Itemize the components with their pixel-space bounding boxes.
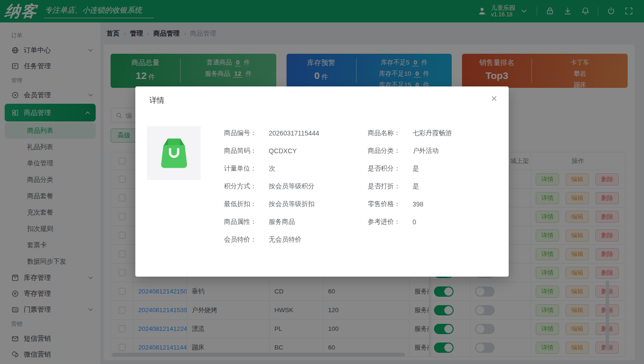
field-label: 零售价格： xyxy=(368,200,406,208)
field-row: 会员特价：无会员特价 xyxy=(224,231,319,249)
close-icon[interactable]: ✕ xyxy=(491,95,497,103)
modal-title: 详情 xyxy=(149,96,164,106)
field-row: 是否打折：是 xyxy=(368,178,452,195)
field-label: 商品名称： xyxy=(368,129,406,137)
field-label: 商品分类： xyxy=(368,147,406,155)
modal-fields-left: 商品编号：20260317115444 商品简码：QCDXCY 计量单位：次 积… xyxy=(224,124,319,249)
detail-modal: 详情 ✕ 商品编号：20260317115444 商品简码：QCDXCY 计量单… xyxy=(135,86,509,277)
field-value: 次 xyxy=(269,164,275,173)
app: 纳客 专注单店、小连锁的收银系统 儿童乐园 v1.16.18 xyxy=(0,0,644,364)
field-label: 商品编号： xyxy=(224,129,262,137)
field-row: 商品分类：户外活动 xyxy=(368,142,452,160)
field-row: 商品编号：20260317115444 xyxy=(224,124,319,142)
field-value: 是 xyxy=(413,164,419,173)
field-row: 参考进价：0 xyxy=(368,213,452,231)
field-row: 计量单位：次 xyxy=(224,160,319,178)
field-value: 七彩丹霞畅游 xyxy=(413,129,452,137)
field-label: 会员特价： xyxy=(224,236,262,244)
field-value: 无会员特价 xyxy=(269,236,301,244)
field-value: 按会员等级折扣 xyxy=(269,200,315,208)
field-label: 最低折扣： xyxy=(224,200,262,208)
field-label: 是否积分： xyxy=(368,164,406,173)
field-row: 商品简码：QCDXCY xyxy=(224,142,319,160)
field-value: 0 xyxy=(413,218,416,226)
field-row: 是否积分：是 xyxy=(368,160,452,178)
product-image xyxy=(147,126,201,180)
field-value: 按会员等级积分 xyxy=(269,182,315,191)
field-label: 商品简码： xyxy=(224,147,262,155)
field-value: 服务商品 xyxy=(269,218,295,226)
field-row: 商品属性：服务商品 xyxy=(224,213,319,231)
shopping-bag-icon xyxy=(154,134,194,173)
field-label: 积分方式： xyxy=(224,182,262,191)
field-label: 计量单位： xyxy=(224,164,262,173)
field-row: 商品名称：七彩丹霞畅游 xyxy=(368,124,452,142)
field-label: 参考进价： xyxy=(368,218,406,226)
field-label: 是否打折： xyxy=(368,182,406,191)
field-row: 零售价格：398 xyxy=(368,195,452,213)
field-value: QCDXCY xyxy=(269,147,297,155)
field-label: 商品属性： xyxy=(224,218,262,226)
field-value: 户外活动 xyxy=(413,147,439,155)
field-row: 积分方式：按会员等级积分 xyxy=(224,178,319,195)
field-row: 最低折扣：按会员等级折扣 xyxy=(224,195,319,213)
field-value: 398 xyxy=(413,200,423,208)
field-value: 20260317115444 xyxy=(269,129,319,137)
modal-fields-right: 商品名称：七彩丹霞畅游 商品分类：户外活动 是否积分：是 是否打折：是 零售价格… xyxy=(368,124,452,231)
field-value: 是 xyxy=(413,182,419,191)
